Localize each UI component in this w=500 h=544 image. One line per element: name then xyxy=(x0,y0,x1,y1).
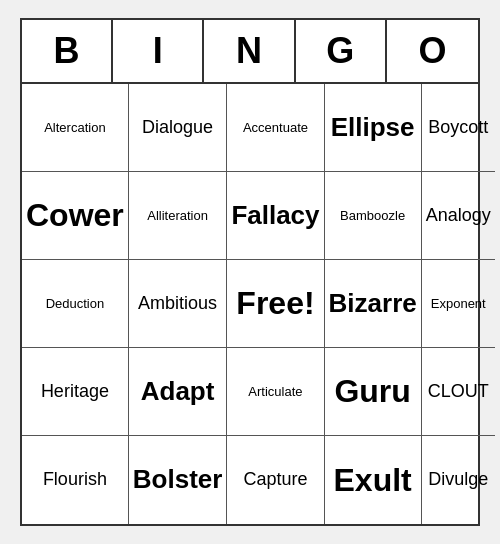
bingo-cell: Adapt xyxy=(129,348,228,436)
bingo-card: BINGO AltercationDialogueAccentuateEllip… xyxy=(20,18,480,526)
cell-text: Exponent xyxy=(431,296,486,312)
cell-text: Bizarre xyxy=(329,288,417,319)
header-letter: B xyxy=(22,20,113,82)
cell-text: Capture xyxy=(243,469,307,491)
header-letter: G xyxy=(296,20,387,82)
cell-text: Articulate xyxy=(248,384,302,400)
bingo-cell: CLOUT xyxy=(422,348,495,436)
bingo-cell: Exponent xyxy=(422,260,495,348)
bingo-cell: Bolster xyxy=(129,436,228,524)
cell-text: Adapt xyxy=(141,376,215,407)
header-letter: O xyxy=(387,20,478,82)
cell-text: Ambitious xyxy=(138,293,217,315)
cell-text: Deduction xyxy=(46,296,105,312)
cell-text: Guru xyxy=(334,372,410,410)
bingo-cell: Bamboozle xyxy=(325,172,422,260)
bingo-cell: Capture xyxy=(227,436,324,524)
cell-text: Accentuate xyxy=(243,120,308,136)
cell-text: Alliteration xyxy=(147,208,208,224)
bingo-header: BINGO xyxy=(22,20,478,84)
cell-text: Heritage xyxy=(41,381,109,403)
bingo-cell: Ellipse xyxy=(325,84,422,172)
cell-text: Exult xyxy=(334,461,412,499)
cell-text: Dialogue xyxy=(142,117,213,139)
bingo-cell: Deduction xyxy=(22,260,129,348)
cell-text: Free! xyxy=(236,284,314,322)
cell-text: Bolster xyxy=(133,464,223,495)
bingo-cell: Boycott xyxy=(422,84,495,172)
bingo-cell: Altercation xyxy=(22,84,129,172)
bingo-grid: AltercationDialogueAccentuateEllipseBoyc… xyxy=(22,84,478,524)
bingo-cell: Accentuate xyxy=(227,84,324,172)
bingo-cell: Guru xyxy=(325,348,422,436)
bingo-cell: Alliteration xyxy=(129,172,228,260)
bingo-cell: Analogy xyxy=(422,172,495,260)
bingo-cell: Dialogue xyxy=(129,84,228,172)
bingo-cell: Flourish xyxy=(22,436,129,524)
cell-text: Boycott xyxy=(428,117,488,139)
cell-text: Altercation xyxy=(44,120,105,136)
cell-text: Cower xyxy=(26,196,124,234)
header-letter: I xyxy=(113,20,204,82)
bingo-cell: Bizarre xyxy=(325,260,422,348)
header-letter: N xyxy=(204,20,295,82)
cell-text: Flourish xyxy=(43,469,107,491)
bingo-cell: Fallacy xyxy=(227,172,324,260)
cell-text: Divulge xyxy=(428,469,488,491)
cell-text: Bamboozle xyxy=(340,208,405,224)
cell-text: Fallacy xyxy=(231,200,319,231)
cell-text: CLOUT xyxy=(428,381,489,403)
bingo-cell: Heritage xyxy=(22,348,129,436)
bingo-cell: Exult xyxy=(325,436,422,524)
bingo-cell: Cower xyxy=(22,172,129,260)
bingo-cell: Ambitious xyxy=(129,260,228,348)
bingo-cell: Free! xyxy=(227,260,324,348)
bingo-cell: Articulate xyxy=(227,348,324,436)
cell-text: Analogy xyxy=(426,205,491,227)
cell-text: Ellipse xyxy=(331,112,415,143)
bingo-cell: Divulge xyxy=(422,436,495,524)
